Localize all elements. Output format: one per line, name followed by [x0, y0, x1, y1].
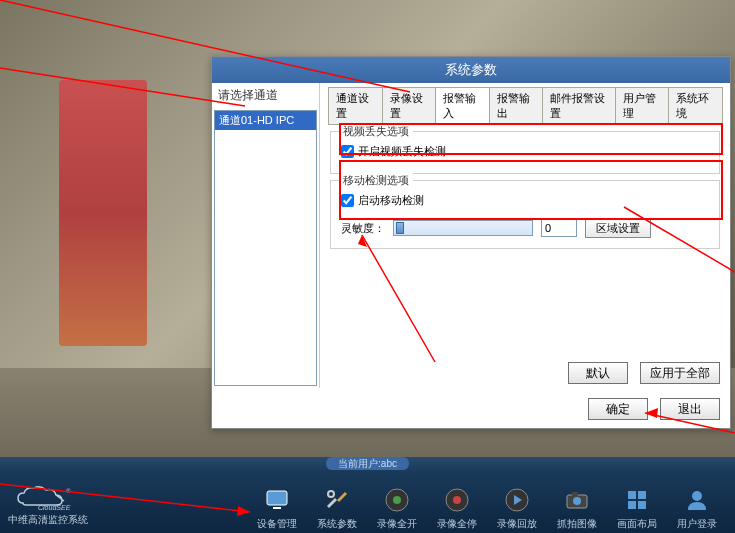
dialog-content: 通道设置 录像设置 报警输入 报警输出 邮件报警设置 用户管理 系统环境 视频丢… — [320, 83, 730, 388]
video-loss-group: 视频丢失选项 开启视频丢失检测 — [330, 131, 720, 174]
tab-email[interactable]: 邮件报警设置 — [542, 87, 616, 124]
playback-icon — [502, 485, 532, 515]
channel-item[interactable]: 通道01-HD IPC — [215, 111, 316, 130]
taskbar-camera[interactable]: 抓拍图像 — [557, 485, 597, 531]
rec-on-icon — [382, 485, 412, 515]
taskbar-tools[interactable]: 系统参数 — [317, 485, 357, 531]
exit-button[interactable]: 退出 — [660, 398, 720, 420]
taskbar-label: 设备管理 — [257, 517, 297, 531]
taskbar-rec-off[interactable]: 录像全停 — [437, 485, 477, 531]
cloud-icon: CloudSEE® — [8, 483, 88, 513]
taskbar-user[interactable]: 用户登录 — [677, 485, 717, 531]
video-loss-legend: 视频丢失选项 — [339, 124, 413, 139]
svg-rect-23 — [638, 491, 646, 499]
user-icon — [682, 485, 712, 515]
video-loss-checkbox[interactable] — [341, 145, 354, 158]
svg-point-20 — [573, 497, 581, 505]
motion-detect-group: 移动检测选项 启动移动检测 灵敏度： 区域设置 — [330, 180, 720, 249]
taskbar-grid[interactable]: 画面布局 — [617, 485, 657, 531]
taskbar-rec-on[interactable]: 录像全开 — [377, 485, 417, 531]
monitor-icon — [262, 485, 292, 515]
sensitivity-slider[interactable] — [393, 220, 533, 236]
taskbar-label: 抓拍图像 — [557, 517, 597, 531]
tab-alarm-out[interactable]: 报警输出 — [489, 87, 544, 124]
default-button[interactable]: 默认 — [568, 362, 628, 384]
svg-text:®: ® — [66, 488, 71, 494]
dialog-title: 系统参数 — [212, 57, 730, 83]
taskbar-label: 录像全停 — [437, 517, 477, 531]
sidebar-label: 请选择通道 — [212, 83, 319, 108]
apply-all-button[interactable]: 应用于全部 — [640, 362, 720, 384]
channel-sidebar: 请选择通道 通道01-HD IPC — [212, 83, 320, 388]
motion-checkbox-row[interactable]: 启动移动检测 — [341, 193, 709, 208]
tab-env[interactable]: 系统环境 — [668, 87, 723, 124]
motion-checkbox[interactable] — [341, 194, 354, 207]
rec-off-icon — [442, 485, 472, 515]
svg-point-15 — [393, 496, 401, 504]
tab-bar: 通道设置 录像设置 报警输入 报警输出 邮件报警设置 用户管理 系统环境 — [328, 87, 722, 125]
sensitivity-row: 灵敏度： 区域设置 — [341, 218, 709, 238]
svg-rect-25 — [638, 501, 646, 509]
taskbar-monitor[interactable]: 设备管理 — [257, 485, 297, 531]
svg-point-13 — [328, 491, 334, 497]
taskbar-label: 系统参数 — [317, 517, 357, 531]
tab-record[interactable]: 录像设置 — [382, 87, 437, 124]
motion-legend: 移动检测选项 — [339, 173, 413, 188]
taskbar-playback[interactable]: 录像回放 — [497, 485, 537, 531]
svg-rect-21 — [572, 492, 578, 496]
system-params-dialog: 系统参数 请选择通道 通道01-HD IPC 通道设置 录像设置 报警输入 报警… — [211, 56, 731, 429]
svg-rect-24 — [628, 501, 636, 509]
svg-point-17 — [453, 496, 461, 504]
svg-rect-12 — [273, 507, 281, 509]
sensitivity-value[interactable] — [541, 219, 577, 237]
taskbar-label: 录像回放 — [497, 517, 537, 531]
ok-button[interactable]: 确定 — [588, 398, 648, 420]
tab-alarm-in[interactable]: 报警输入 — [435, 87, 490, 125]
svg-text:CloudSEE: CloudSEE — [38, 504, 71, 511]
taskbar-label: 用户登录 — [677, 517, 717, 531]
svg-rect-22 — [628, 491, 636, 499]
tab-channel[interactable]: 通道设置 — [328, 87, 383, 124]
tab-users[interactable]: 用户管理 — [615, 87, 670, 124]
user-bar: 当前用户:abc — [0, 457, 735, 471]
grid-icon — [622, 485, 652, 515]
video-loss-checkbox-row[interactable]: 开启视频丢失检测 — [341, 144, 709, 159]
camera-icon — [562, 485, 592, 515]
channel-list[interactable]: 通道01-HD IPC — [214, 110, 317, 386]
taskbar-label: 录像全开 — [377, 517, 417, 531]
logo: CloudSEE® 中维高清监控系统 — [8, 483, 88, 531]
svg-rect-11 — [267, 491, 287, 505]
area-settings-button[interactable]: 区域设置 — [585, 218, 651, 238]
tools-icon — [322, 485, 352, 515]
motion-label: 启动移动检测 — [358, 193, 424, 208]
taskbar-label: 画面布局 — [617, 517, 657, 531]
logo-subtitle: 中维高清监控系统 — [8, 513, 88, 527]
svg-point-26 — [692, 491, 702, 501]
sensitivity-label: 灵敏度： — [341, 221, 385, 236]
video-loss-label: 开启视频丢失检测 — [358, 144, 446, 159]
taskbar: CloudSEE® 中维高清监控系统 设备管理系统参数录像全开录像全停录像回放抓… — [0, 471, 735, 533]
